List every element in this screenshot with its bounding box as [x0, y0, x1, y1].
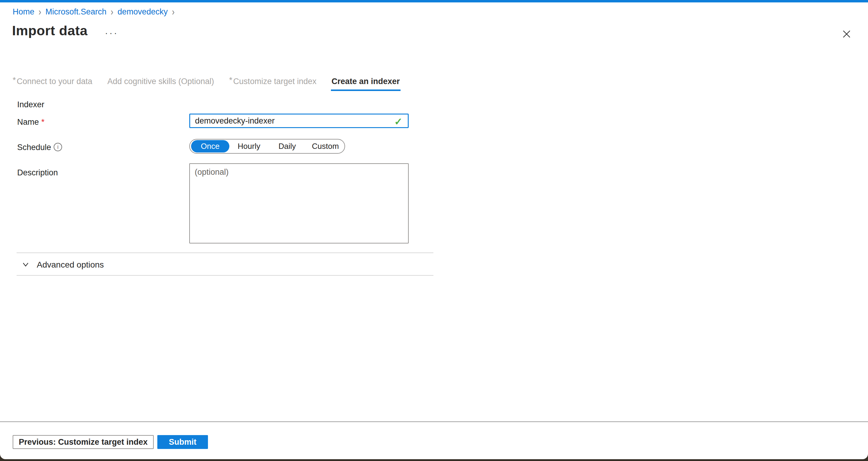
breadcrumb-separator: ›: [38, 6, 41, 18]
tab-label: Connect to your data: [17, 77, 93, 86]
schedule-option-hourly[interactable]: Hourly: [230, 140, 268, 152]
schedule-segmented-control: Once Hourly Daily Custom: [189, 139, 345, 154]
tab-connect-to-your-data[interactable]: *Connect to your data: [13, 76, 92, 87]
previous-step-button[interactable]: Previous: Customize target index: [13, 435, 154, 449]
breadcrumb-demovedecky-link[interactable]: demovedecky: [118, 7, 168, 17]
info-icon[interactable]: i: [54, 143, 62, 151]
tab-required-marker: *: [13, 75, 16, 85]
indexer-name-input[interactable]: [189, 114, 409, 128]
tab-customize-target-index[interactable]: *Customize target index: [229, 76, 316, 87]
breadcrumb-microsoft-search-link[interactable]: Microsoft.Search: [45, 7, 107, 17]
azure-top-accent-bar: [0, 0, 868, 2]
schedule-option-daily[interactable]: Daily: [268, 140, 307, 152]
description-field-label: Description: [17, 168, 58, 178]
breadcrumb: Home › Microsoft.Search › demovedecky ›: [13, 7, 175, 17]
breadcrumb-separator: ›: [172, 6, 175, 18]
description-textarea[interactable]: [189, 163, 409, 243]
chevron-down-icon: [21, 260, 30, 270]
schedule-option-once[interactable]: Once: [191, 140, 229, 152]
import-data-panel: Home › Microsoft.Search › demovedecky › …: [0, 0, 868, 459]
close-icon[interactable]: [841, 29, 852, 39]
divider: [17, 252, 433, 253]
breadcrumb-home-link[interactable]: Home: [13, 7, 34, 17]
submit-button[interactable]: Submit: [157, 435, 208, 449]
advanced-options-label: Advanced options: [37, 260, 104, 270]
name-required-marker: *: [41, 118, 44, 127]
advanced-options-toggle[interactable]: Advanced options: [21, 260, 104, 270]
tab-label: Customize target index: [233, 77, 316, 86]
tab-required-marker: *: [229, 75, 232, 85]
breadcrumb-separator: ›: [111, 6, 113, 18]
tab-label: Create an indexer: [332, 77, 400, 86]
footer-divider: [0, 421, 868, 422]
tab-add-cognitive-skills[interactable]: Add cognitive skills (Optional): [107, 76, 214, 87]
schedule-option-custom[interactable]: Custom: [306, 140, 344, 152]
tab-label: Add cognitive skills (Optional): [107, 77, 214, 86]
tab-create-an-indexer[interactable]: Create an indexer: [332, 76, 400, 87]
name-field-label: Name*: [17, 118, 44, 127]
more-options-icon[interactable]: ···: [105, 28, 119, 38]
wizard-tabs: *Connect to your data Add cognitive skil…: [13, 76, 400, 87]
desktop-background: Home › Microsoft.Search › demovedecky › …: [0, 0, 868, 461]
indexer-section-label: Indexer: [17, 100, 44, 110]
page-title: Import data: [12, 23, 88, 38]
schedule-field-label: Schedule: [17, 143, 51, 152]
divider: [17, 275, 433, 276]
